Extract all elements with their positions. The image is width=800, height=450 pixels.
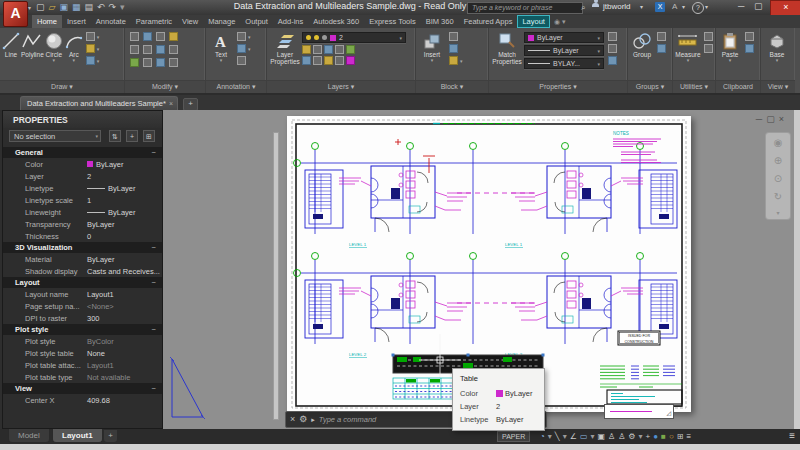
modify-tool-icon-2[interactable] — [156, 32, 165, 41]
drawing-restore-icon[interactable]: ▢ — [766, 114, 779, 124]
color-dropdown-arrow-icon[interactable]: ▾ — [597, 35, 600, 41]
panel-label-view[interactable]: View ▾ — [761, 80, 795, 93]
table-icon[interactable] — [237, 56, 246, 65]
palette-section-plot-style[interactable]: Plot style− — [3, 324, 162, 335]
paper-space-toggle[interactable]: PAPER — [497, 431, 530, 442]
group-button[interactable]: Group — [629, 29, 655, 58]
selection-dropdown-arrow-icon[interactable]: ▾ — [95, 131, 98, 142]
match-properties-button[interactable]: Match Properties — [490, 29, 524, 65]
isolate-dropdown-icon[interactable]: ▾ — [563, 430, 567, 444]
layer-isolate-icon[interactable] — [313, 45, 322, 54]
layer-state-icon[interactable] — [324, 56, 333, 65]
property-value[interactable]: ByColor — [87, 337, 114, 346]
link-icon[interactable]: ○ — [669, 430, 674, 444]
collapse-section-icon[interactable]: − — [152, 242, 156, 253]
performance-icon[interactable]: ● — [653, 430, 658, 444]
transparency-icon[interactable] — [608, 44, 617, 53]
settings-gear-icon[interactable]: ⚙ — [628, 430, 635, 444]
modify-tool-icon-11[interactable] — [169, 58, 178, 67]
modify-tool-icon-7[interactable] — [169, 45, 178, 54]
group-edit-icon[interactable] — [657, 44, 666, 53]
paste-button[interactable]: Paste ▾ — [717, 29, 743, 63]
command-input[interactable]: Type a command — [319, 415, 376, 424]
polyline-button[interactable]: Polyline — [21, 29, 44, 58]
customization-menu-icon[interactable]: ≡ — [789, 429, 795, 443]
property-value[interactable]: Casts and Receives... — [87, 267, 160, 276]
ungroup-icon[interactable] — [657, 32, 666, 41]
search-input[interactable]: Type a keyword or phrase — [467, 2, 583, 14]
panel-label-groups[interactable]: Groups ▾ — [628, 80, 672, 93]
ribbon-tab-featured-apps[interactable]: Featured Apps — [459, 15, 518, 28]
search-icon[interactable]: ⌕ — [581, 2, 585, 13]
list-icon[interactable] — [608, 56, 617, 65]
modify-tool-icon-3[interactable] — [169, 32, 178, 41]
ribbon-tab-autodesk-360[interactable]: Autodesk 360 — [308, 15, 364, 28]
drawing-close-icon[interactable]: × — [779, 114, 788, 124]
ribbon-tab-annotate[interactable]: Annotate — [91, 15, 131, 28]
property-value[interactable]: ByLayer — [87, 160, 124, 169]
dimension-icon[interactable] — [237, 32, 246, 41]
modify-tool-icon-4[interactable] — [130, 45, 139, 54]
pan-icon[interactable]: ⊕ — [774, 155, 782, 166]
edit-block-icon[interactable] — [449, 44, 458, 53]
collapse-section-icon[interactable]: − — [152, 147, 156, 158]
property-value[interactable]: Layout1 — [87, 290, 114, 299]
id-point-icon[interactable] — [704, 32, 713, 41]
layer-select-dropdown[interactable]: 2 ▾ — [302, 32, 406, 43]
application-menu-button[interactable]: A — [3, 1, 28, 27]
minimize-button[interactable]: ─ — [738, 0, 744, 13]
qat-dropdown-icon[interactable]: ▾ — [120, 2, 125, 13]
ribbon-tab-parametric[interactable]: Parametric — [131, 15, 177, 28]
file-tab[interactable]: Data Extraction and Multileaders Sample*… — [20, 96, 178, 110]
selection-dropdown[interactable]: No selection ▾ — [9, 130, 101, 142]
text-button[interactable]: A Text ▾ — [207, 29, 235, 63]
modify-tool-icon-9[interactable] — [143, 58, 152, 67]
share-drawing-icon[interactable]: ■ — [661, 430, 666, 444]
modify-tool-icon-5[interactable] — [143, 45, 152, 54]
insert-button[interactable]: Insert ▾ — [417, 29, 447, 63]
layer-walk-icon[interactable] — [302, 56, 311, 65]
maximize-button[interactable]: ▢ — [754, 0, 763, 13]
new-layout-tab-button[interactable]: + — [104, 430, 117, 442]
linetype-dropdown-arrow-icon[interactable]: ▾ — [597, 61, 600, 67]
linetype-dropdown[interactable]: BYLAY... ▾ — [524, 58, 604, 69]
property-value[interactable]: ByLayer — [87, 208, 136, 217]
panel-label-annotation[interactable]: Annotation ▾ — [206, 80, 266, 93]
palette-section-general[interactable]: General− — [3, 147, 162, 158]
help-dropdown-icon[interactable]: ▾ — [705, 2, 708, 13]
create-block-icon[interactable] — [449, 32, 458, 41]
save-icon[interactable]: ▣ — [59, 2, 68, 13]
scale-dropdown-icon[interactable]: ▾ — [548, 430, 552, 444]
palette-scrollbar[interactable] — [273, 132, 279, 420]
gear-dropdown-icon[interactable]: ▾ — [639, 430, 643, 444]
palette-section-layout[interactable]: Layout− — [3, 277, 162, 288]
ribbon-tab-output[interactable]: Output — [240, 15, 273, 28]
exchange-apps-icon[interactable]: X — [655, 2, 665, 12]
line-button[interactable]: Line — [1, 29, 21, 58]
palette-title[interactable]: PROPERTIES — [3, 111, 162, 128]
layer-match-icon[interactable] — [346, 45, 355, 54]
customization-icon[interactable]: ≡ — [686, 430, 691, 444]
cut-icon[interactable] — [745, 44, 754, 53]
ribbon-display-toggle-icon[interactable]: ◉ ▾ — [550, 15, 566, 28]
palette-section-view[interactable]: View− — [3, 383, 162, 394]
quick-calc-icon[interactable] — [704, 44, 713, 53]
open-folder-icon[interactable]: ▱ — [49, 2, 56, 13]
property-value[interactable]: Layout1 — [87, 361, 114, 370]
workspace-user-icon[interactable]: ♙ — [618, 430, 625, 444]
pickadd-toggle-icon[interactable]: ⇅ — [109, 130, 121, 142]
object-color-dropdown[interactable]: ByLayer ▾ — [524, 32, 604, 43]
file-tab-close-icon[interactable]: × — [169, 97, 173, 110]
quick-select-icon[interactable]: ⊞ — [143, 130, 155, 142]
panel-label-clipboard[interactable]: Clipboard — [716, 80, 760, 93]
property-value[interactable]: ByLayer — [87, 220, 115, 229]
layer-lock-tool-icon[interactable] — [335, 45, 344, 54]
plot-style-icon[interactable] — [608, 32, 617, 41]
application-menu-arrow-icon[interactable]: ▾ — [28, 4, 31, 11]
command-close-icon[interactable]: × — [290, 412, 295, 427]
plus-icon[interactable]: + — [646, 430, 651, 444]
a360-dropdown-icon[interactable]: ▾ — [682, 2, 685, 13]
command-customize-icon[interactable]: ⚙ — [299, 412, 307, 427]
offpaper-triangle[interactable] — [167, 354, 211, 424]
measure-button[interactable]: Measure ▾ — [674, 29, 702, 63]
